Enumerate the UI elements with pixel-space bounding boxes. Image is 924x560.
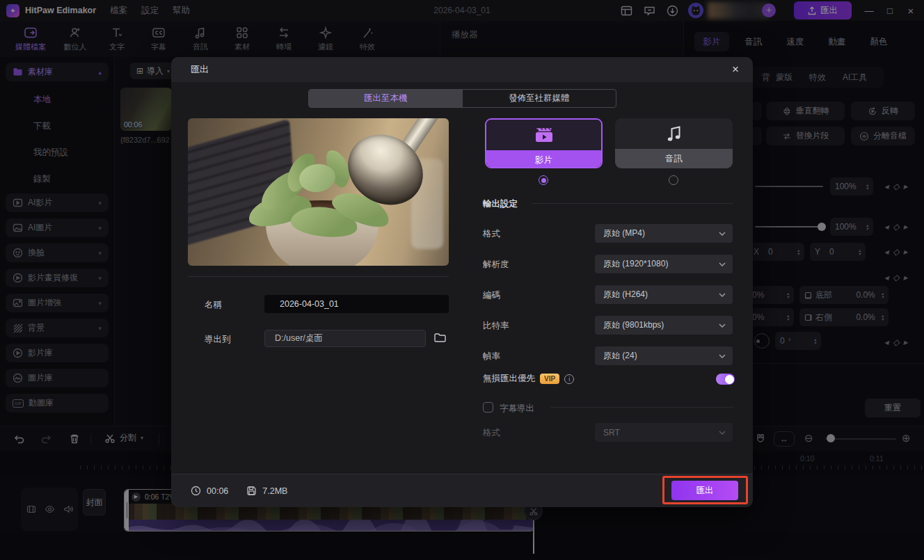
tab-export-local[interactable]: 匯出至本機 [309,90,463,107]
export-path-input[interactable]: D:/user/桌面 [264,330,426,347]
chevron-down-icon [719,431,726,435]
divider [532,203,733,204]
media-type-video-card[interactable]: 影片 [485,118,603,168]
subtitle-export-label: 字幕導出 [500,403,534,415]
lossless-toggle[interactable] [716,374,735,385]
clapperboard-icon [486,120,601,150]
media-type-video-label: 影片 [486,150,601,168]
export-dialog: 匯出 × 匯出至本機 發佈至社群媒體 名稱 2026-04-03_01 導出到 [171,57,753,507]
bitrate-dropdown[interactable]: 原始 (9801kbps) [595,316,733,335]
name-label: 名稱 [205,299,222,311]
dialog-header: 匯出 × [171,57,753,82]
disk-icon [246,486,257,496]
bitrate-label: 比特率 [483,320,509,332]
chevron-down-icon [719,323,726,328]
app-window: ✦ HitPaw Edimakor 檔案 設定 幫助 2026-04-03_01… [0,0,924,560]
encoder-label: 編碼 [483,289,500,301]
framerate-dropdown[interactable]: 原始 (24) [595,346,733,365]
export-name-input[interactable]: 2026-04-03_01 [264,295,449,313]
subtitle-format-dropdown: SRT [595,423,733,442]
resolution-label: 解析度 [483,259,509,271]
media-type-audio-label: 音訊 [615,149,733,168]
export-filesize: 7.2MB [262,486,287,496]
chevron-down-icon [719,232,726,236]
divider [188,276,449,277]
export-preview-image [188,118,449,266]
vip-badge: VIP [540,374,559,384]
lossless-row: 無損匯出優先 VIP i [483,373,574,385]
audio-radio[interactable] [669,175,678,185]
format-label: 格式 [483,228,500,240]
video-radio[interactable] [539,175,548,185]
output-settings-title: 輸出設定 [483,198,518,210]
path-label: 導出到 [205,334,231,346]
chevron-down-icon [719,293,726,297]
resolution-dropdown[interactable]: 原始 (1920*1080) [595,255,733,273]
media-type-audio-card[interactable]: 音訊 [615,118,733,168]
clock-icon [191,486,201,496]
export-duration: 00:06 [207,486,228,496]
info-icon[interactable]: i [564,374,574,384]
divider [550,407,733,408]
subtitle-format-label: 格式 [483,427,500,439]
dialog-close-icon[interactable]: × [732,63,739,77]
annotation-highlight-box [662,476,748,504]
framerate-label: 幀率 [483,351,500,362]
dialog-title: 匯出 [191,63,209,76]
format-dropdown[interactable]: 原始 (MP4) [595,224,733,243]
subtitle-export-checkbox[interactable] [483,402,493,413]
chevron-down-icon [719,354,726,358]
export-destination-tabs: 匯出至本機 發佈至社群媒體 [308,89,616,108]
encoder-dropdown[interactable]: 原始 (H264) [595,285,733,304]
browse-folder-icon[interactable] [433,332,447,344]
tab-publish-social[interactable]: 發佈至社群媒體 [463,90,616,107]
lossless-label: 無損匯出優先 [483,373,535,385]
chevron-down-icon [719,262,726,266]
music-note-icon [615,118,733,149]
